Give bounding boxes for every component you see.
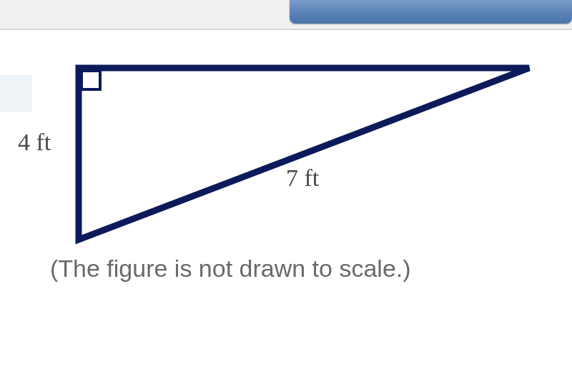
right-triangle-figure — [72, 61, 543, 247]
hypotenuse-label: 7 ft — [286, 165, 319, 192]
blue-tab — [290, 0, 572, 24]
left-side-block — [0, 75, 32, 112]
scale-caption: (The figure is not drawn to scale.) — [50, 255, 411, 283]
svg-rect-1 — [82, 71, 100, 89]
side-a-label: 4 ft — [18, 129, 51, 156]
svg-marker-0 — [79, 68, 529, 240]
